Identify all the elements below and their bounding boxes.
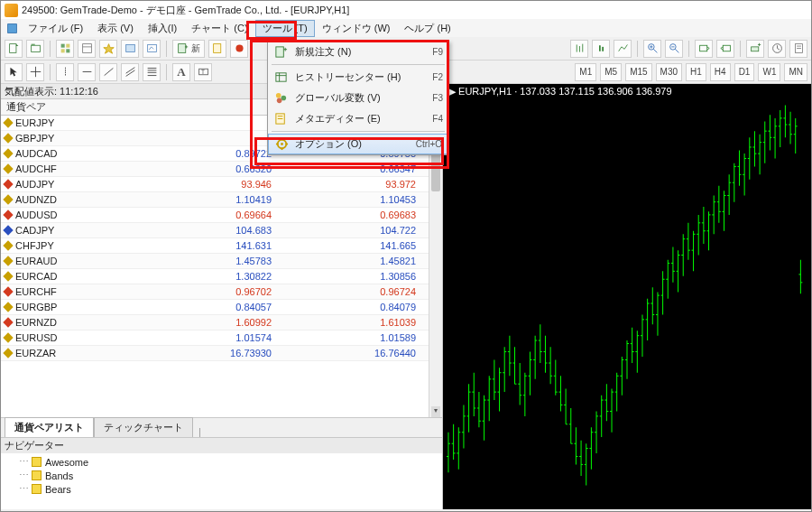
menu-view[interactable]: 表示 (V) (90, 20, 141, 37)
highlight-tools-menu (246, 21, 297, 40)
tb-chart-shift[interactable] (716, 40, 734, 58)
table-row[interactable]: AUDJPY93.94693.972 (1, 177, 442, 192)
ask-price: 0.69683 (281, 209, 425, 220)
tb-autotrading[interactable] (230, 40, 248, 58)
tf-m30[interactable]: M30 (656, 63, 682, 81)
tb-label[interactable]: T (194, 63, 212, 81)
tb-bar-chart[interactable] (570, 40, 588, 58)
table-row[interactable]: CHFJPY141.631141.665 (1, 238, 442, 254)
bid-price: 0.96702 (136, 286, 281, 297)
tb-cursor[interactable] (5, 63, 23, 81)
dd-separator (272, 131, 445, 132)
table-row[interactable]: EURNZD1.609921.61039 (1, 315, 442, 330)
svg-rect-4 (60, 44, 64, 48)
table-row[interactable]: EURCHF0.967020.96724 (1, 284, 442, 300)
tb-indicators[interactable] (746, 40, 764, 58)
scrollbar-vertical[interactable]: ▴ ▾ (429, 116, 442, 417)
tb-line-chart[interactable] (614, 40, 632, 58)
tb-profiles[interactable] (26, 40, 44, 58)
tb-metaeditor[interactable] (208, 40, 226, 58)
tb-fibo[interactable] (143, 63, 161, 81)
tb-navigator[interactable] (99, 40, 117, 58)
tf-m1[interactable]: M1 (575, 63, 596, 81)
table-row[interactable]: AUDCHF0.663200.66347 (1, 162, 442, 177)
dd-history[interactable]: ヒストリーセンター (H) F2 (268, 67, 448, 88)
table-row[interactable]: EURAUD1.457831.45821 (1, 254, 442, 269)
dd-new-order[interactable]: 新規注文 (N) F9 (268, 42, 448, 62)
tb-hline[interactable] (78, 63, 96, 81)
nav-item[interactable]: ⋯Bands (19, 469, 424, 482)
scroll-down-icon[interactable]: ▾ (431, 406, 440, 417)
table-row[interactable]: AUDNZD1.104191.10453 (1, 192, 442, 208)
symbol-status-icon (3, 256, 13, 265)
tf-d1[interactable]: D1 (734, 63, 755, 81)
tb-channel[interactable] (121, 63, 139, 81)
table-row[interactable]: EURUSD1.015741.01589 (1, 330, 442, 346)
bid-price: 1.10419 (136, 194, 281, 205)
tf-m15[interactable]: M15 (625, 63, 651, 81)
chart-area[interactable]: ▶ EURJPY,H1 · 137.033 137.115 136.906 13… (443, 84, 811, 509)
nav-item-label: Bears (45, 484, 71, 495)
tf-h4[interactable]: H4 (710, 63, 731, 81)
symbol-name: EURJPY (15, 117, 54, 128)
svg-line-48 (125, 70, 134, 77)
navigator-panel: ナビゲーター ⋯Awesome⋯Bands⋯Bears (1, 437, 442, 509)
tf-w1[interactable]: W1 (758, 63, 780, 81)
tb-templates[interactable] (789, 40, 807, 58)
table-row[interactable]: EURZAR16.7393016.76440 (1, 346, 442, 361)
symbol-status-icon (3, 163, 13, 173)
dd-globals[interactable]: グローバル変数 (V) F3 (268, 88, 448, 108)
tab-tick-chart[interactable]: ティックチャート (94, 417, 193, 437)
svg-rect-30 (699, 45, 706, 51)
tb-vline[interactable] (56, 63, 74, 81)
navigator-tree[interactable]: ⋯Awesome⋯Bands⋯Bears (1, 453, 442, 509)
dd-metaeditor[interactable]: メタエディター (E) F4 (268, 108, 448, 129)
nav-item[interactable]: ⋯Bears (19, 482, 424, 496)
tb-periods[interactable] (768, 40, 786, 58)
ask-price: 104.722 (281, 225, 425, 236)
svg-line-47 (125, 68, 134, 74)
symbol-name: EURGBP (15, 302, 57, 312)
tb-trendline[interactable] (99, 63, 117, 81)
tb-zoom-out[interactable] (665, 40, 683, 58)
ask-price: 141.665 (281, 240, 425, 251)
tb-text[interactable]: A (172, 63, 190, 81)
indicator-icon (32, 484, 42, 494)
tb-market-watch[interactable] (56, 40, 74, 58)
menu-insert[interactable]: 挿入(I) (141, 20, 184, 37)
tab-symbol-list[interactable]: 通貨ペアリスト (5, 417, 94, 437)
dd-separator (272, 64, 445, 65)
tb-new-chart[interactable] (5, 40, 23, 58)
table-row[interactable]: AUDUSD0.696640.69683 (1, 208, 442, 223)
tf-h1[interactable]: H1 (686, 63, 706, 81)
tf-mn[interactable]: MN (784, 63, 807, 81)
tb-data-window[interactable] (78, 40, 96, 58)
tb-strategy-tester[interactable] (143, 40, 161, 58)
table-row[interactable]: CADJPY104.683104.722 (1, 223, 442, 238)
tab-scroll-more[interactable]: | (193, 426, 201, 437)
menu-file[interactable]: ファイル (F) (21, 20, 90, 37)
tb-crosshair[interactable] (26, 63, 44, 81)
tf-m5[interactable]: M5 (600, 63, 622, 81)
tb-zoom-in[interactable] (643, 40, 661, 58)
table-row[interactable]: EURCAD1.308221.30856 (1, 269, 442, 284)
tb-new-order[interactable]: 新 (172, 40, 205, 58)
svg-rect-1 (9, 44, 15, 53)
svg-text:T: T (201, 69, 205, 75)
dd-options[interactable]: オプション (O) Ctrl+O (268, 134, 448, 154)
svg-rect-31 (723, 45, 730, 51)
symbol-status-icon (3, 209, 13, 219)
menu-chart[interactable]: チャート (C) (184, 20, 254, 37)
table-row[interactable]: EURGBP0.840570.84079 (1, 300, 442, 315)
svg-point-17 (235, 44, 243, 51)
bid-price: 1.01574 (136, 332, 281, 343)
metaeditor-icon (273, 112, 288, 126)
nav-item[interactable]: ⋯Awesome (19, 455, 424, 469)
menu-help[interactable]: ヘルプ (H) (397, 20, 457, 37)
tb-terminal[interactable] (121, 40, 139, 58)
bid-price: 1.60992 (136, 317, 281, 328)
svg-rect-55 (275, 47, 282, 57)
menu-window[interactable]: ウィンドウ (W) (315, 20, 398, 37)
tb-auto-scroll[interactable] (695, 40, 713, 58)
tb-candle-chart[interactable] (592, 40, 610, 58)
